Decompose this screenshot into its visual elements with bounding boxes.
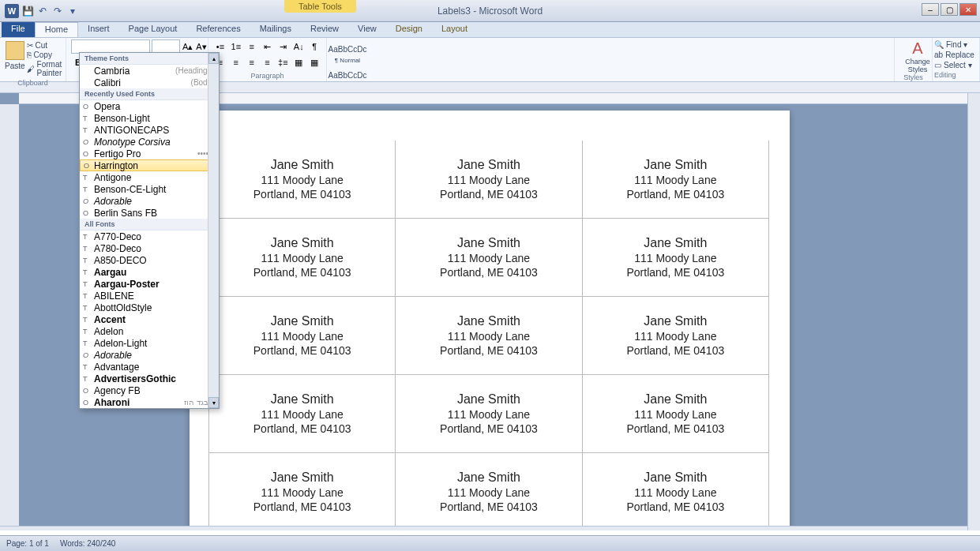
font-option[interactable]: TAdvantage xyxy=(80,361,219,373)
font-option[interactable]: TA770-Deco xyxy=(80,231,219,242)
multilevel-button[interactable]: ≡ xyxy=(245,39,259,54)
tab-file[interactable]: File xyxy=(2,22,35,37)
shading-button[interactable]: ▦ xyxy=(291,55,306,69)
group-styles: AaBbCcDc¶ NormalAaBbCcDc¶ No Spaci...AAB… xyxy=(327,38,895,81)
font-option[interactable]: OHarrington xyxy=(80,159,219,171)
scroll-down-icon[interactable]: ▾ xyxy=(208,397,219,408)
style-item[interactable]: AaBbCcDc¶ No Spaci... xyxy=(329,66,366,81)
tab-insert[interactable]: Insert xyxy=(78,22,119,37)
group-paragraph: •≡ 1≡ ≡ ⇤ ⇥ A↓ ¶ ≡ ≡ ≡ ≡ ‡≡ ▦ ▦ Paragrap… xyxy=(208,38,327,81)
format-painter-button[interactable]: 🖌 Format Painter xyxy=(27,60,62,77)
document-page[interactable]: Jane Smith111 Moody LanePortland, ME 041… xyxy=(190,111,790,530)
align-right-button[interactable]: ≡ xyxy=(245,55,259,69)
change-styles-button[interactable]: A Change Styles xyxy=(899,39,936,73)
font-option[interactable]: Cambria(Headings) xyxy=(80,65,219,77)
font-option[interactable]: TABILENE xyxy=(80,290,219,302)
borders-button[interactable]: ▦ xyxy=(307,55,321,69)
style-item[interactable]: AaBbCcDc¶ Normal xyxy=(329,39,366,66)
label-cell[interactable]: Jane Smith111 Moody LanePortland, ME 041… xyxy=(209,375,396,453)
font-option[interactable]: OAdorable xyxy=(80,195,219,207)
font-option[interactable]: TAdvertisersGothic xyxy=(80,373,219,384)
word-icon: W xyxy=(5,4,19,18)
save-icon[interactable]: 💾 xyxy=(21,5,34,17)
vertical-scrollbar[interactable] xyxy=(967,93,980,530)
horizontal-scrollbar[interactable] xyxy=(0,526,967,530)
title-bar: W 💾 ↶ ↷ ▾ Table Tools Labels3 - Microsof… xyxy=(0,0,980,22)
decrease-indent-button[interactable]: ⇤ xyxy=(261,39,275,54)
paste-button[interactable]: Paste xyxy=(5,39,25,79)
font-option[interactable]: OOpera xyxy=(80,100,219,112)
label-cell[interactable]: Jane Smith111 Moody LanePortland, ME 041… xyxy=(582,141,768,219)
select-button[interactable]: ▭ Select ▾ xyxy=(934,60,978,70)
numbering-button[interactable]: 1≡ xyxy=(229,39,243,54)
dd-header-all: All Fonts xyxy=(80,219,219,231)
paste-icon xyxy=(6,41,24,60)
close-button[interactable]: ✕ xyxy=(959,3,977,16)
tab-layout[interactable]: Layout xyxy=(432,22,477,37)
tab-home[interactable]: Home xyxy=(35,22,78,37)
group-editing: 🔍 Find ▾ ab Replace ▭ Select ▾ Editing xyxy=(933,38,980,81)
increase-indent-button[interactable]: ⇥ xyxy=(276,39,290,54)
status-words[interactable]: Words: 240/240 xyxy=(60,539,115,548)
cut-button[interactable]: ✂ Cut xyxy=(27,41,62,50)
label-cell[interactable]: Jane Smith111 Moody LanePortland, ME 041… xyxy=(396,297,582,375)
replace-button[interactable]: ab Replace xyxy=(934,50,978,60)
labels-table: Jane Smith111 Moody LanePortland, ME 041… xyxy=(208,141,769,530)
minimize-button[interactable]: – xyxy=(922,3,939,16)
label-cell[interactable]: Jane Smith111 Moody LanePortland, ME 041… xyxy=(582,375,768,453)
font-option[interactable]: TA780-Deco xyxy=(80,242,219,254)
font-option[interactable]: TAntigone xyxy=(80,171,219,183)
show-marks-button[interactable]: ¶ xyxy=(307,39,321,54)
tab-page-layout[interactable]: Page Layout xyxy=(119,22,187,37)
label-cell[interactable]: Jane Smith111 Moody LanePortland, ME 041… xyxy=(209,141,396,219)
label-cell[interactable]: Jane Smith111 Moody LanePortland, ME 041… xyxy=(582,297,768,375)
sort-button[interactable]: A↓ xyxy=(291,39,306,54)
font-option[interactable]: TBenson-Light xyxy=(80,112,219,124)
align-center-button[interactable]: ≡ xyxy=(229,55,243,69)
font-option[interactable]: OFertigo Pro•••••• xyxy=(80,148,219,159)
label-cell[interactable]: Jane Smith111 Moody LanePortland, ME 041… xyxy=(209,453,396,531)
line-spacing-button[interactable]: ‡≡ xyxy=(276,55,290,69)
tab-review[interactable]: Review xyxy=(301,22,348,37)
redo-icon[interactable]: ↷ xyxy=(51,5,64,17)
label-cell[interactable]: Jane Smith111 Moody LanePortland, ME 041… xyxy=(396,375,582,453)
find-button[interactable]: 🔍 Find ▾ xyxy=(934,39,978,50)
font-option[interactable]: Calibri(Body) xyxy=(80,77,219,88)
font-option[interactable]: TBenson-CE-Light xyxy=(80,183,219,195)
dd-header-recent: Recently Used Fonts xyxy=(80,88,219,100)
tab-design[interactable]: Design xyxy=(386,22,432,37)
label-cell[interactable]: Jane Smith111 Moody LanePortland, ME 041… xyxy=(582,453,768,531)
undo-icon[interactable]: ↶ xyxy=(36,5,49,17)
font-option[interactable]: OBerlin Sans FB xyxy=(80,207,219,219)
vertical-ruler[interactable] xyxy=(0,104,19,530)
font-option[interactable]: TAargau-Poster xyxy=(80,278,219,290)
qat-more-icon[interactable]: ▾ xyxy=(66,5,79,17)
tab-view[interactable]: View xyxy=(348,22,386,37)
label-cell[interactable]: Jane Smith111 Moody LanePortland, ME 041… xyxy=(396,219,582,297)
label-cell[interactable]: Jane Smith111 Moody LanePortland, ME 041… xyxy=(396,141,582,219)
font-option[interactable]: TAdelon xyxy=(80,325,219,337)
font-option[interactable]: TAccent xyxy=(80,313,219,325)
label-cell[interactable]: Jane Smith111 Moody LanePortland, ME 041… xyxy=(209,219,396,297)
maximize-button[interactable]: ▢ xyxy=(941,3,958,16)
justify-button[interactable]: ≡ xyxy=(261,55,275,69)
font-option[interactable]: OMonotype Corsiva xyxy=(80,136,219,148)
font-option[interactable]: OAdorable xyxy=(80,349,219,361)
font-option[interactable]: TAdelon-Light xyxy=(80,337,219,349)
label-cell[interactable]: Jane Smith111 Moody LanePortland, ME 041… xyxy=(209,297,396,375)
label-cell[interactable]: Jane Smith111 Moody LanePortland, ME 041… xyxy=(396,453,582,531)
font-dropdown[interactable]: Theme Fonts Cambria(Headings)Calibri(Bod… xyxy=(79,52,220,409)
font-option[interactable]: TANTIGONECAPS xyxy=(80,124,219,136)
scroll-up-icon[interactable]: ▴ xyxy=(208,53,219,64)
font-option[interactable]: TA850-DECO xyxy=(80,254,219,266)
label-cell[interactable]: Jane Smith111 Moody LanePortland, ME 041… xyxy=(582,219,768,297)
font-option[interactable]: OAharoniאבגד הוז xyxy=(80,396,219,408)
font-option[interactable]: OAgency FB xyxy=(80,384,219,396)
font-option[interactable]: TAbottOldStyle xyxy=(80,302,219,313)
copy-button[interactable]: ⎘ Copy xyxy=(27,51,62,59)
status-page[interactable]: Page: 1 of 1 xyxy=(6,539,49,548)
dropdown-scrollbar[interactable]: ▴ ▾ xyxy=(208,53,219,408)
tab-references[interactable]: References xyxy=(186,22,250,37)
font-option[interactable]: TAargau xyxy=(80,266,219,278)
tab-mailings[interactable]: Mailings xyxy=(250,22,301,37)
